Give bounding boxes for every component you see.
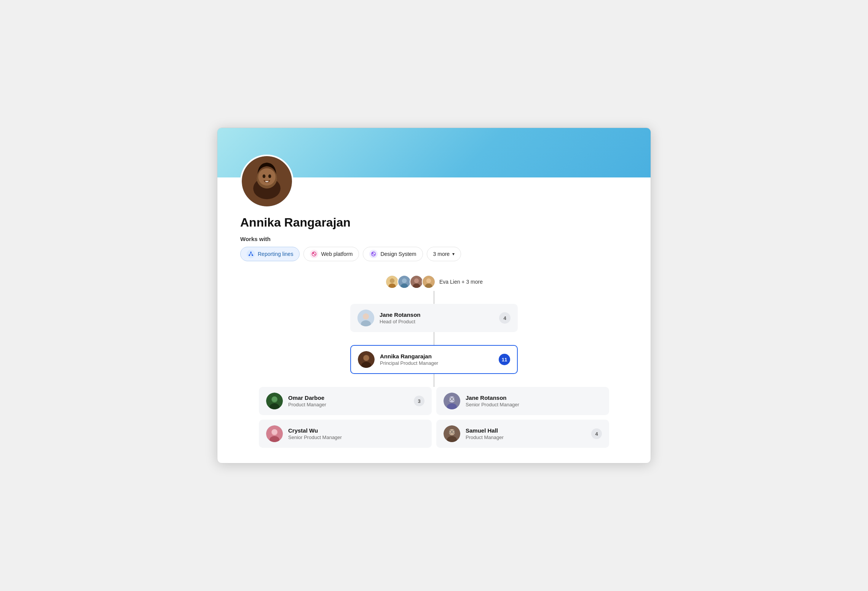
chip-web-platform[interactable]: Web platform bbox=[303, 247, 359, 261]
svg-point-31 bbox=[426, 278, 431, 283]
svg-point-14 bbox=[312, 252, 316, 256]
samuel-avatar bbox=[444, 425, 460, 442]
omar-title: Product Manager bbox=[288, 402, 408, 407]
report-card-crystal[interactable]: Crystal Wu Senior Product Manager bbox=[259, 420, 432, 448]
profile-window: Annika Rangarajan Works with Reporting bbox=[217, 128, 651, 463]
profile-name: Annika Rangarajan bbox=[240, 216, 628, 230]
svg-point-19 bbox=[374, 254, 375, 255]
report-card-jane[interactable]: Jane Rotanson Senior Product Manager bbox=[436, 387, 609, 415]
current-person-card[interactable]: Annika Rangarajan Principal Product Mana… bbox=[350, 345, 518, 374]
manager-info: Jane Rotanson Head of Product bbox=[380, 311, 494, 324]
samuel-info: Samuel Hall Product Manager bbox=[466, 427, 586, 440]
svg-rect-8 bbox=[249, 255, 250, 256]
svg-point-16 bbox=[314, 254, 316, 255]
chips-row: Reporting lines Web platform bbox=[240, 247, 628, 261]
samuel-badge: 4 bbox=[591, 428, 602, 439]
svg-rect-7 bbox=[250, 252, 252, 253]
omar-badge: 3 bbox=[414, 396, 424, 406]
reporting-lines-icon bbox=[247, 250, 255, 258]
web-platform-icon bbox=[310, 250, 318, 258]
crystal-info: Crystal Wu Senior Product Manager bbox=[288, 427, 424, 440]
direct-reports-grid: Omar Darboe Product Manager 3 bbox=[259, 387, 609, 448]
crystal-name: Crystal Wu bbox=[288, 427, 424, 434]
top-avatars-group bbox=[385, 275, 436, 289]
jane-report-info: Jane Rotanson Senior Product Manager bbox=[466, 395, 602, 407]
crystal-avatar bbox=[266, 425, 283, 442]
svg-point-18 bbox=[372, 252, 373, 254]
top-group-row: Eva Lien + 3 more bbox=[385, 275, 483, 289]
current-person-name: Annika Rangarajan bbox=[380, 353, 493, 359]
current-person-badge: 11 bbox=[499, 354, 510, 365]
chip-design-system[interactable]: Design System bbox=[363, 247, 423, 261]
svg-point-54 bbox=[272, 429, 277, 434]
jane-report-title: Senior Product Manager bbox=[466, 402, 602, 407]
manager-avatar bbox=[357, 310, 374, 326]
chip-more-label: 3 more bbox=[433, 251, 450, 257]
design-system-icon bbox=[369, 250, 378, 258]
current-person-info: Annika Rangarajan Principal Product Mana… bbox=[380, 353, 493, 366]
connector-line-3 bbox=[434, 374, 434, 387]
omar-info: Omar Darboe Product Manager bbox=[288, 395, 408, 407]
chip-design-system-label: Design System bbox=[380, 251, 416, 257]
chip-reporting-lines[interactable]: Reporting lines bbox=[240, 247, 300, 261]
samuel-title: Product Manager bbox=[466, 434, 586, 440]
svg-point-22 bbox=[390, 278, 394, 283]
omar-name: Omar Darboe bbox=[288, 395, 408, 401]
top-avatar-1 bbox=[385, 275, 399, 289]
svg-rect-9 bbox=[252, 255, 253, 256]
top-avatar-3 bbox=[410, 275, 423, 289]
svg-point-6 bbox=[268, 174, 271, 178]
top-group-label: Eva Lien + 3 more bbox=[439, 279, 483, 285]
chevron-down-icon: ▾ bbox=[452, 251, 455, 257]
top-avatar-4 bbox=[422, 275, 436, 289]
svg-point-5 bbox=[263, 174, 266, 178]
works-with-label: Works with bbox=[240, 236, 628, 242]
omar-avatar bbox=[266, 393, 283, 409]
avatar-wrapper bbox=[240, 155, 294, 208]
jane-report-name: Jane Rotanson bbox=[466, 395, 602, 401]
jane-report-avatar bbox=[444, 393, 460, 409]
connector-line-2 bbox=[434, 332, 434, 345]
chip-more[interactable]: 3 more ▾ bbox=[427, 247, 461, 261]
manager-title: Head of Product bbox=[380, 319, 494, 324]
svg-point-15 bbox=[313, 252, 314, 254]
crystal-title: Senior Product Manager bbox=[288, 434, 424, 440]
report-card-omar[interactable]: Omar Darboe Product Manager 3 bbox=[259, 387, 432, 415]
svg-point-28 bbox=[414, 278, 419, 283]
svg-point-34 bbox=[363, 313, 369, 319]
svg-point-43 bbox=[272, 396, 277, 402]
svg-point-4 bbox=[258, 168, 275, 185]
org-chart: Eva Lien + 3 more Jane Rotanson Head of … bbox=[240, 275, 628, 463]
svg-point-39 bbox=[364, 355, 369, 361]
connector-line-1 bbox=[434, 291, 434, 304]
svg-point-17 bbox=[372, 252, 376, 256]
profile-avatar bbox=[240, 155, 294, 208]
chip-reporting-lines-label: Reporting lines bbox=[258, 251, 293, 257]
current-person-title: Principal Product Manager bbox=[380, 360, 493, 366]
samuel-name: Samuel Hall bbox=[466, 427, 586, 434]
report-card-samuel[interactable]: Samuel Hall Product Manager 4 bbox=[436, 420, 609, 448]
current-avatar bbox=[358, 351, 375, 368]
manager-badge: 4 bbox=[499, 312, 511, 324]
manager-card[interactable]: Jane Rotanson Head of Product 4 bbox=[350, 304, 518, 332]
manager-name: Jane Rotanson bbox=[380, 311, 494, 318]
profile-section: Annika Rangarajan Works with Reporting bbox=[217, 177, 651, 463]
svg-point-20 bbox=[372, 254, 373, 255]
svg-point-25 bbox=[402, 278, 407, 283]
top-avatar-2 bbox=[397, 275, 411, 289]
chip-web-platform-label: Web platform bbox=[321, 251, 353, 257]
